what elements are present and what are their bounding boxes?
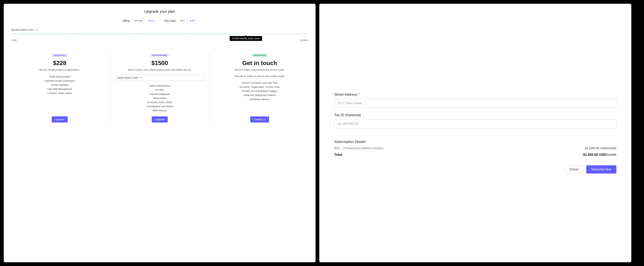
usecase-label: Use Case [164,19,176,22]
subscribe-button[interactable]: Subscribe Now [586,165,616,173]
feature-list: 10000 External MAU Pro MFA External Data… [115,84,205,113]
street-input[interactable] [334,99,616,108]
feature-item: Unlimited Social Connections [15,79,105,83]
tax-input[interactable] [334,119,616,128]
plan-price: $228 [15,60,105,67]
slider-seg [11,34,70,35]
total-price-suffix: /month [606,153,616,157]
feature-item: 5 Actions, Rules, Hooks [15,91,105,95]
feature-item: Advanced Deployment Options [215,93,305,97]
page-title: Upgrade your plan [11,9,308,14]
slider-min: 1,000 [11,39,17,42]
toggle-row: Billing Monthly Yearly Use Case B2C B2B [11,18,308,23]
cancel-button[interactable]: Cancel [564,165,584,173]
plan-badge: PROFESSIONAL [150,54,169,57]
subscription-price: $1,500.00 USD/month [585,146,616,150]
plan-subdesc: Talk with an expert to discuss your uniq… [215,75,305,78]
chevron-down-icon: ▼ [140,77,141,79]
total-price-amount: $1,500.00 USD [583,153,606,157]
feature-item: 10 Actions, Rules, Hooks [115,100,205,104]
plan-panel: Upgrade your plan Billing Monthly Yearly… [4,4,316,262]
total-price: $1,500.00 USD/month [583,153,616,157]
plan-price: $1500 [115,60,205,67]
feature-item: Pro MFA [115,88,205,92]
slider-max: 10,000+ [300,39,308,42]
feature-item: No Admin, Organization, or Rule Limits [215,85,305,89]
feature-item: Custom Connection and User Tiers [215,81,305,85]
plan-badge: ESSENTIALS [52,54,68,57]
total-row: Total $1,500.00 USD/month [334,153,616,157]
billing-segmented: Monthly Yearly [132,18,156,23]
upgrade-button[interactable]: Upgrade [52,116,68,123]
feature-item: 99.99% SLA & Enterprise Support [215,89,305,93]
feature-item: 10000 External MAU [15,75,105,79]
mau-row: Monthly Active Users ? [11,28,308,31]
feature-list: Custom Connection and User Tiers No Admi… [215,81,305,113]
slider-seg [249,34,308,35]
action-row: Cancel Subscribe Now [334,165,616,173]
usecase-segmented: B2C B2B [178,18,197,23]
plan-cards: ESSENTIALS $228 Best for simple projects… [11,49,308,127]
slider-track [11,34,308,35]
required-asterisk: * [358,93,360,96]
plan-desc: Best for simple projects or applications… [15,68,105,72]
total-label: Total [334,153,342,157]
subscription-plan: B2C - Professional (Billed monthly) [334,146,384,150]
slider-seg [130,34,189,35]
mau-slider[interactable]: 10,000 Monthly active users [11,34,308,35]
slider-seg [71,34,130,35]
subscription-row: B2C - Professional (Billed monthly) $1,5… [334,146,616,150]
feature-item: Admin Roles [115,96,205,100]
subscription-title: Subscription Details [334,140,616,144]
feature-list: 10000 External MAU Unlimited Social Conn… [15,75,105,113]
contact-button[interactable]: Contact Us [250,116,269,123]
tax-label: Tax ID (Optional) [334,113,616,117]
checkout-panel: Street Address * Tax ID (Optional) Subsc… [319,4,631,262]
usecase-b2b[interactable]: B2B [187,18,196,23]
street-label: Street Address * [334,93,616,97]
m2m-label: M2M Tokens 5,000 [118,76,138,79]
billing-monthly[interactable]: Monthly [132,18,145,23]
street-group: Street Address * [334,93,616,108]
plan-desc: Best for unique requirements that need t… [215,68,305,72]
feature-item: Custom Domains [15,83,105,87]
help-icon[interactable]: ? [35,29,38,31]
billing-label: Billing [123,19,130,22]
plan-desc: Best for teams and multiple projects tha… [115,68,205,72]
m2m-dropdown[interactable]: M2M Tokens 5,000 ▼ [115,75,205,81]
plan-price: Get in touch [215,60,305,67]
mau-label: Monthly Active Users [11,28,34,31]
usecase-b2c[interactable]: B2C [178,18,187,23]
divider [334,135,616,136]
tax-group: Tax ID (Optional) [334,113,616,128]
upgrade-button[interactable]: Upgrade [152,116,168,123]
feature-item: External Databases [115,92,205,96]
plan-card-professional: PROFESSIONAL $1500 Best for teams and mu… [111,49,208,127]
usecase-toggle-group: Use Case B2C B2B [164,18,196,23]
plan-badge: ENTERPRISE [252,54,268,57]
feature-item: M2M Add-ons [115,109,205,113]
feature-item: Enterprise Add-ons [215,97,305,101]
billing-toggle-group: Billing Monthly Yearly [123,18,157,23]
slider-ends: 1,000 10,000+ [11,39,308,42]
feature-item: Consolidated User Stores [115,104,205,109]
feature-item: User Role Management [15,87,105,91]
plan-card-enterprise: ENTERPRISE Get in touch Best for unique … [211,49,308,127]
street-label-text: Street Address [334,93,358,96]
plan-card-essentials: ESSENTIALS $228 Best for simple projects… [11,49,108,127]
billing-yearly[interactable]: Yearly [145,18,156,23]
feature-item: 10000 External MAU [115,84,205,88]
slider-seg [190,34,248,35]
